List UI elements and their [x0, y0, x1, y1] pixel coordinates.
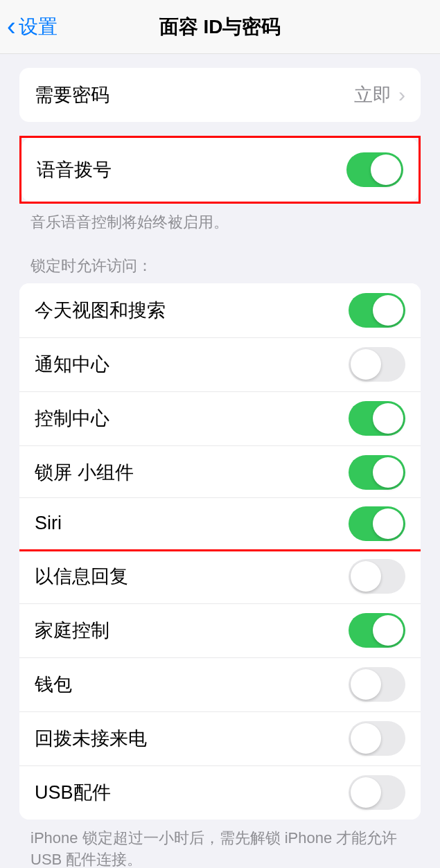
notification-center-label: 通知中心	[35, 352, 109, 377]
wallet-toggle[interactable]	[349, 667, 405, 702]
page-title: 面容 ID与密码	[0, 14, 440, 40]
lock-screen-widgets-label: 锁屏 小组件	[35, 460, 134, 485]
usb-accessories-label: USB配件	[35, 780, 111, 805]
home-control-row: 家庭控制	[19, 603, 421, 657]
voice-dial-label: 语音拨号	[37, 157, 112, 182]
control-center-row: 控制中心	[19, 391, 421, 445]
reply-message-label: 以信息回复	[35, 564, 128, 589]
reply-message-toggle[interactable]	[349, 559, 405, 594]
nav-header: ‹ 设置 面容 ID与密码	[0, 0, 440, 54]
chevron-left-icon: ‹	[7, 12, 16, 42]
passcode-section: 需要密码 立即 ›	[19, 68, 421, 122]
wallet-row: 钱包	[19, 657, 421, 711]
siri-row: Siri	[19, 497, 421, 551]
lock-screen-widgets-toggle[interactable]	[349, 455, 405, 490]
usb-accessories-toggle[interactable]	[349, 775, 405, 810]
siri-toggle[interactable]	[349, 506, 405, 541]
return-missed-calls-toggle[interactable]	[349, 721, 405, 756]
home-control-label: 家庭控制	[35, 618, 109, 643]
back-button[interactable]: ‹ 设置	[7, 12, 58, 42]
notification-center-row: 通知中心	[19, 337, 421, 391]
toggle-knob	[371, 154, 401, 185]
require-passcode-value: 立即 ›	[354, 82, 405, 107]
today-view-toggle[interactable]	[349, 293, 405, 328]
lock-section-header: 锁定时允许访问：	[30, 256, 410, 276]
usb-footer: iPhone 锁定超过一小时后，需先解锁 iPhone 才能允许 USB 配件连…	[30, 828, 410, 868]
voice-dial-toggle[interactable]	[346, 152, 403, 187]
control-center-label: 控制中心	[35, 406, 109, 431]
notification-center-toggle[interactable]	[349, 347, 405, 382]
lock-access-list: 今天视图和搜索 通知中心 控制中心 锁屏 小组件 Siri 以信息回复 家庭控制	[19, 283, 421, 820]
voice-dial-row: 语音拨号	[21, 138, 419, 202]
siri-label: Siri	[35, 513, 62, 534]
return-missed-calls-label: 回拨未接来电	[35, 726, 147, 751]
voice-dial-footer: 音乐语音控制将始终被启用。	[30, 212, 410, 233]
require-passcode-label: 需要密码	[35, 82, 109, 107]
today-view-label: 今天视图和搜索	[35, 298, 166, 323]
require-passcode-row[interactable]: 需要密码 立即 ›	[19, 68, 421, 122]
voice-dial-highlight: 语音拨号	[19, 136, 421, 204]
wallet-label: 钱包	[35, 672, 72, 697]
home-control-toggle[interactable]	[349, 613, 405, 648]
back-label: 设置	[19, 14, 58, 40]
lock-screen-widgets-row: 锁屏 小组件	[19, 445, 421, 499]
control-center-toggle[interactable]	[349, 401, 405, 436]
chevron-right-icon: ›	[398, 83, 405, 107]
return-missed-calls-row: 回拨未接来电	[19, 711, 421, 765]
today-view-row: 今天视图和搜索	[19, 283, 421, 337]
usb-accessories-row: USB配件	[19, 765, 421, 820]
reply-message-row: 以信息回复	[19, 549, 421, 603]
